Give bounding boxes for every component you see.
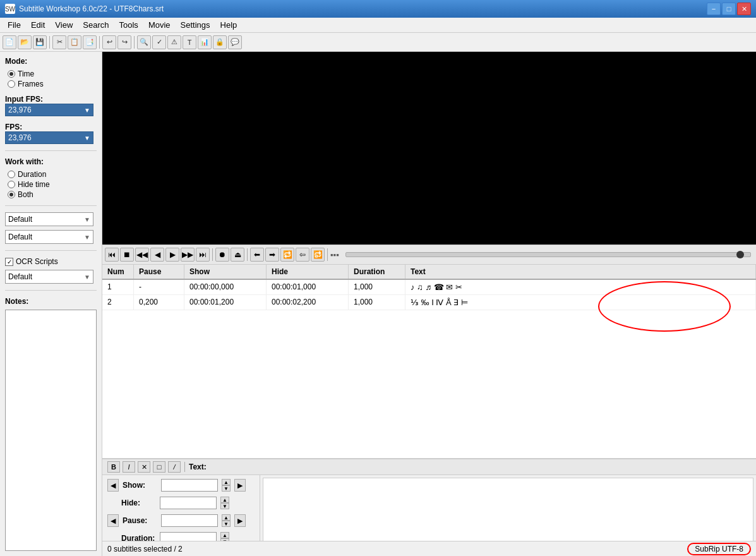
input-fps-label: Input FPS: [5,95,97,104]
table-row[interactable]: 2 0,200 00:00:01,200 00:00:02,200 1,000 … [102,295,756,310]
menu-settings[interactable]: Settings [176,19,215,31]
toolbar-text[interactable]: T [183,35,196,49]
video-record[interactable]: ⏺ [215,248,229,262]
video-prev-frame[interactable]: ◀◀ [135,248,149,262]
hide-spin: ▲ ▼ [220,497,229,509]
show-input[interactable] [161,479,218,492]
menu-help[interactable]: Help [215,19,243,31]
video-snap2[interactable]: 🔂 [311,248,325,262]
encoding-badge: SubRip UTF-8 [687,543,751,555]
pause-up[interactable]: ▲ [222,514,231,521]
video-back-sub[interactable]: ⬅ [250,248,264,262]
volume-slider[interactable] [345,252,751,257]
style2-dropdown[interactable]: Default ▼ [5,230,93,244]
toolbar-redo[interactable]: ↪ [117,35,131,49]
pause-input[interactable] [161,514,218,527]
col-text: Text [405,265,756,279]
show-spin: ▲ ▼ [222,479,231,492]
video-stop[interactable]: ⏹ [120,248,134,262]
work-duration-dot [8,171,15,178]
video-snap[interactable]: ⇦ [296,248,309,262]
pause-prev-btn[interactable]: ◀ [107,514,119,527]
menu-search[interactable]: Search [78,19,114,31]
work-duration-radio[interactable]: Duration [8,170,97,179]
text-edit-input[interactable] [263,478,753,546]
video-prev[interactable]: ◀ [150,248,164,262]
toolbar-cut[interactable]: ✂ [52,35,66,49]
mode-frames-radio[interactable]: Frames [8,80,97,88]
edit-content: ◀ Show: ▲ ▼ ▶ Hide: ▲ [102,475,756,548]
menu-movie[interactable]: Movie [143,19,176,31]
pause-label: Pause: [123,516,157,525]
toolbar-undo[interactable]: ↩ [102,35,116,49]
ocr-dropdown[interactable]: Default ▼ [5,270,93,284]
show-next-btn[interactable]: ▶ [234,479,246,492]
table-row[interactable]: 1 - 00:00:00,000 00:00:01,000 1,000 ♪ ♫ … [102,280,756,295]
duration-up[interactable]: ▲ [220,532,229,538]
close-button[interactable]: ✕ [737,3,751,15]
work-hide-radio[interactable]: Hide time [8,180,97,189]
toolbar-save[interactable]: 💾 [33,35,47,49]
show-up[interactable]: ▲ [222,479,231,485]
show-prev-btn[interactable]: ◀ [107,479,119,492]
video-fwd-sub[interactable]: ➡ [265,248,279,262]
video-loop[interactable]: 🔁 [280,248,294,262]
input-fps-dropdown[interactable]: 23,976 ▼ [5,104,93,116]
hide-up[interactable]: ▲ [220,497,229,503]
row2-hide: 00:00:02,200 [267,295,349,310]
video-eject[interactable]: ⏏ [231,248,244,262]
video-forward-end[interactable]: ⏭ [196,248,210,262]
mode-frames-dot [8,80,15,88]
mode-radio-group: Time Frames [5,70,97,88]
toolbar-new[interactable]: 📄 [3,35,16,49]
hide-timing-row: Hide: ▲ ▼ [107,497,255,509]
notes-area[interactable] [5,310,97,551]
row1-pause: - [134,280,184,294]
video-area[interactable] [102,52,756,245]
toolbar-copy[interactable]: 📋 [68,35,81,49]
toolbar-paste[interactable]: 📑 [83,35,97,49]
video-rewind-start[interactable]: ⏮ [105,248,119,262]
window-controls[interactable]: − □ ✕ [707,3,751,15]
mode-time-radio[interactable]: Time [8,70,97,78]
mode-label: Mode: [5,57,97,66]
bottom-edit-area: B I ✕ □ / Text: ◀ Show: ▲ ▼ [102,459,756,541]
video-play[interactable]: ▶ [165,248,179,262]
app-icon: SW [5,4,15,14]
toolbar-comment[interactable]: 💬 [228,35,242,49]
show-down[interactable]: ▼ [222,485,231,492]
style1-dropdown[interactable]: Default ▼ [5,212,93,226]
toolbar-stats[interactable]: 📊 [198,35,212,49]
hide-down[interactable]: ▼ [220,503,229,509]
style2-arrow: ▼ [84,234,90,241]
toolbar-open[interactable]: 📂 [18,35,32,49]
strikethrough-button[interactable]: ✕ [138,461,150,473]
pause-timing-row: ◀ Pause: ▲ ▼ ▶ [107,514,255,527]
toolbar-search[interactable]: 🔍 [137,35,151,49]
work-hide-dot [8,181,15,188]
col-pause: Pause [134,265,184,279]
italic-button[interactable]: I [123,461,135,473]
script-button[interactable]: / [168,461,181,473]
bold-button[interactable]: B [107,461,120,473]
ocr-checkbox-item[interactable]: OCR Scripts [5,257,97,266]
pause-down[interactable]: ▼ [222,521,231,527]
pause-next-btn[interactable]: ▶ [234,514,246,527]
ocr-checkbox[interactable] [5,258,13,266]
maximize-button[interactable]: □ [722,3,736,15]
toolbar-sep1 [49,36,50,49]
menu-tools[interactable]: Tools [114,19,143,31]
menu-view[interactable]: View [50,19,78,31]
menu-edit[interactable]: Edit [26,19,50,31]
fps-dropdown[interactable]: 23,976 ▼ [5,131,93,144]
hide-input[interactable] [160,497,217,509]
box-button[interactable]: □ [153,461,165,473]
video-next[interactable]: ▶▶ [181,248,195,262]
toolbar-warn[interactable]: ⚠ [167,35,181,49]
mode-time-dot [8,70,15,78]
toolbar-check[interactable]: ✓ [152,35,166,49]
work-both-radio[interactable]: Both [8,190,97,199]
toolbar-lock[interactable]: 🔒 [213,35,227,49]
minimize-button[interactable]: − [707,3,721,15]
menu-file[interactable]: File [3,19,26,31]
